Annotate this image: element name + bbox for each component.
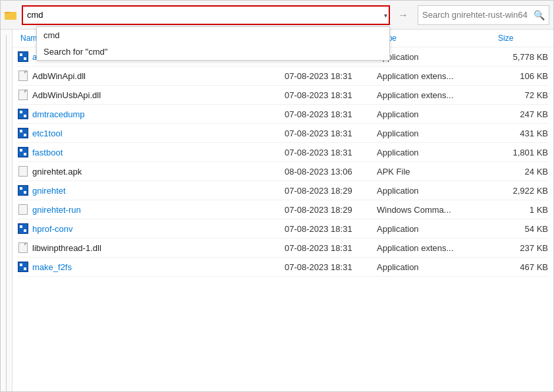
file-date: 07-08-2023 18:31 xyxy=(285,262,377,272)
table-row[interactable]: libwinpthread-1.dll 07-08-2023 18:31 App… xyxy=(13,238,553,257)
file-size: 54 KB xyxy=(495,224,548,234)
file-name-cell: AdbWinApi.dll xyxy=(18,70,285,81)
sidebar-line xyxy=(6,35,7,391)
table-row[interactable]: gnirehtet-run 07-08-2023 18:29 Windows C… xyxy=(13,200,553,219)
file-name: gnirehtet xyxy=(32,186,66,196)
file-type: Application xyxy=(377,224,495,234)
file-type: Windows Comma... xyxy=(377,205,495,215)
table-row[interactable]: hprof-conv 07-08-2023 18:31 Application … xyxy=(13,219,553,238)
file-name: hprof-conv xyxy=(32,224,72,234)
table-row[interactable]: AdbWinUsbApi.dll 07-08-2023 18:31 Applic… xyxy=(13,86,553,104)
table-row[interactable]: gnirehtet 07-08-2023 18:29 Application 2… xyxy=(13,181,553,200)
file-type: Application xyxy=(377,262,495,272)
dll-icon xyxy=(18,242,28,253)
file-name-cell: fastboot xyxy=(18,147,285,157)
file-explorer-window: ▾ cmd Search for "cmd" → 🔍 Name Date mod… xyxy=(0,0,554,392)
file-name: dmtracedump xyxy=(32,109,84,119)
file-type: Application xyxy=(377,148,495,157)
dll-icon xyxy=(18,90,28,100)
app-icon xyxy=(18,128,28,138)
file-rows: adb 07-08-2023 18:31 Application 5,778 K… xyxy=(13,47,553,277)
file-date: 07-08-2023 18:31 xyxy=(285,128,377,138)
search-icon-button[interactable]: 🔍 xyxy=(534,10,545,20)
file-size: 431 KB xyxy=(495,128,548,138)
file-size: 72 KB xyxy=(495,90,548,100)
file-name-cell: hprof-conv xyxy=(18,223,285,234)
file-size: 247 KB xyxy=(495,109,548,119)
file-date: 07-08-2023 18:31 xyxy=(285,71,377,81)
file-type: APK File xyxy=(377,167,495,177)
address-suggestions: cmd Search for "cmd" xyxy=(36,26,390,61)
file-name: gnirehtet.apk xyxy=(32,167,82,177)
app-icon xyxy=(18,185,28,196)
file-size: 106 KB xyxy=(495,71,548,81)
file-name-cell: etc1tool xyxy=(18,128,285,138)
sidebar xyxy=(1,30,13,391)
file-size: 2,922 KB xyxy=(495,186,548,196)
file-date: 07-08-2023 18:31 xyxy=(285,224,377,234)
header-size[interactable]: Size xyxy=(495,32,548,44)
file-name-cell: gnirehtet-run xyxy=(18,204,285,215)
apk-icon xyxy=(18,166,28,177)
table-row[interactable]: etc1tool 07-08-2023 18:31 Application 43… xyxy=(13,124,553,142)
file-list-container[interactable]: Name Date modified Type Size adb 07-08-2… xyxy=(13,30,553,391)
row-divider xyxy=(18,276,548,277)
file-type: Application xyxy=(377,128,495,138)
file-date: 07-08-2023 18:31 xyxy=(285,90,377,100)
file-date: 07-08-2023 18:29 xyxy=(285,205,377,215)
file-name: AdbWinUsbApi.dll xyxy=(32,90,101,100)
file-type: Application extens... xyxy=(377,243,495,253)
file-name-cell: gnirehtet xyxy=(18,185,285,196)
suggestion-cmd[interactable]: cmd xyxy=(37,27,389,43)
header-type[interactable]: Type xyxy=(377,32,495,44)
file-name: etc1tool xyxy=(32,128,63,138)
file-date: 07-08-2023 18:31 xyxy=(285,148,377,157)
address-bar-wrapper: ▾ cmd Search for "cmd" xyxy=(22,5,390,25)
file-name-cell: gnirehtet.apk xyxy=(18,166,285,177)
table-row[interactable]: gnirehtet.apk 08-08-2023 13:06 APK File … xyxy=(13,162,553,181)
dll-icon xyxy=(18,70,28,81)
file-type: Application extens... xyxy=(377,71,495,81)
file-name-cell: make_f2fs xyxy=(18,262,285,272)
app-icon xyxy=(18,262,28,272)
file-date: 08-08-2023 13:06 xyxy=(285,167,377,177)
file-size: 1 KB xyxy=(495,205,548,215)
file-type: Application xyxy=(377,52,495,62)
file-type: Application extens... xyxy=(377,90,495,100)
file-size: 24 KB xyxy=(495,167,548,177)
file-name-cell: libwinpthread-1.dll xyxy=(18,242,285,253)
suggestion-search-cmd[interactable]: Search for "cmd" xyxy=(37,43,389,60)
file-type: Application xyxy=(377,186,495,196)
file-name: fastboot xyxy=(32,148,63,157)
folder-icon xyxy=(5,9,16,21)
file-name: gnirehtet-run xyxy=(32,205,81,215)
app-icon xyxy=(18,147,28,157)
app-icon xyxy=(18,51,28,62)
file-name-cell: AdbWinUsbApi.dll xyxy=(18,90,285,100)
file-name: AdbWinApi.dll xyxy=(32,71,86,81)
file-date: 07-08-2023 18:31 xyxy=(285,243,377,253)
table-row[interactable]: AdbWinApi.dll 07-08-2023 18:31 Applicati… xyxy=(13,67,553,85)
table-row[interactable]: make_f2fs 07-08-2023 18:31 Application 4… xyxy=(13,258,553,276)
forward-nav-button[interactable]: → xyxy=(394,6,412,24)
table-row[interactable]: fastboot 07-08-2023 18:31 Application 1,… xyxy=(13,143,553,161)
file-name: make_f2fs xyxy=(32,262,72,272)
file-size: 1,801 KB xyxy=(495,148,548,157)
table-row[interactable]: dmtracedump 07-08-2023 18:31 Application… xyxy=(13,105,553,123)
file-size: 237 KB xyxy=(495,243,548,253)
file-date: 07-08-2023 18:31 xyxy=(285,109,377,119)
cmd-icon xyxy=(18,204,28,215)
app-icon xyxy=(18,223,28,234)
content-area: Name Date modified Type Size adb 07-08-2… xyxy=(1,30,553,391)
toolbar: ▾ cmd Search for "cmd" → 🔍 xyxy=(1,1,553,30)
file-name-cell: dmtracedump xyxy=(18,109,285,119)
address-input[interactable] xyxy=(22,5,390,25)
file-size: 467 KB xyxy=(495,262,548,272)
file-type: Application xyxy=(377,109,495,119)
svg-rect-2 xyxy=(5,13,16,20)
file-date: 07-08-2023 18:29 xyxy=(285,186,377,196)
search-input[interactable] xyxy=(422,10,534,20)
app-icon xyxy=(18,109,28,119)
search-bar: 🔍 xyxy=(418,5,549,25)
file-size: 5,778 KB xyxy=(495,52,548,62)
